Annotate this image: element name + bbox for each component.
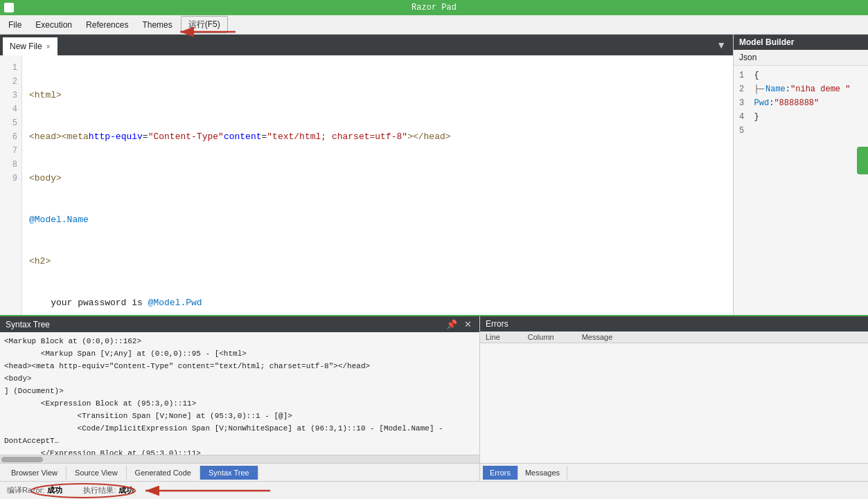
syntax-tree-line: <Markup Block at (0:0,0)::162> [4,335,475,347]
tab-bar: New File × ▼ [0,35,733,55]
syntax-tree-close-button[interactable]: ✕ [462,319,474,329]
syntax-tree-header: Syntax Tree 📌 ✕ [0,316,479,332]
json-content: 1 { 2 ├─Name: "niha deme " 3 Pwd: "88888… [734,66,868,315]
syntax-tree-line: <Transition Span [V;None] at (95:3,0)::1… [4,410,475,422]
col-column: Column [528,333,554,341]
compile-status: 编译Razor: 成功 [7,485,62,496]
menu-bar: File Execution References Themes 运行(F5) [0,15,868,35]
status-bar: 编译Razor: 成功 执行结果: 成功 [0,481,868,499]
syntax-tree-line: </Expression Block at (95:3,0)::11> [4,447,475,455]
code-editor[interactable]: 1 2 3 4 5 6 7 8 9 <html> <head><meta htt… [0,55,733,315]
execute-value: 成功 [118,485,134,496]
syntax-tree-scrollbar[interactable] [0,455,479,463]
compile-label: 编译Razor: [7,485,44,496]
syntax-tree-line: <Expression Block at (95:3,0)::11> [4,397,475,410]
tab-syntax-tree[interactable]: Syntax Tree [200,466,258,480]
tab-label: New File [10,42,42,51]
menu-file[interactable]: File [3,18,27,32]
err-tab-errors[interactable]: Errors [483,466,518,480]
compile-value: 成功 [47,485,62,496]
syntax-tree-title: Syntax Tree [6,320,50,329]
window-icon [4,3,14,12]
editor-area: New File × ▼ 1 2 3 4 5 6 7 8 9 <html> <h… [0,35,733,315]
bottom-tab-bar: Browser View Source View Generated Code … [0,463,479,481]
syntax-tree-line: ] (Document)> [4,385,475,397]
title-bar: Razor Pad [0,0,868,15]
editor-tab[interactable]: New File × [3,37,57,55]
col-message: Message [582,333,613,341]
bottom-section: Syntax Tree 📌 ✕ <Markup Block at (0:0,0)… [0,315,868,481]
syntax-tree-line: <Markup Span [V;Any] at (0:0,0)::95 - [<… [4,347,475,360]
syntax-tree-line: <head><meta http-equiv="Content-Type" co… [4,360,475,372]
tab-dropdown-button[interactable]: ▼ [712,38,730,52]
menu-references[interactable]: References [80,18,134,32]
model-builder-panel: Model Builder Json 1 { 2 ├─Name: "niha d… [733,35,868,315]
line-numbers: 1 2 3 4 5 6 7 8 9 [0,55,22,315]
col-line: Line [486,333,500,341]
model-builder-title: Model Builder [734,35,868,50]
syntax-tree-line: <Code/ImplicitExpression Span [V;NonWhit… [4,422,475,447]
errors-columns: Line Column Message [480,332,868,343]
errors-panel: Errors Line Column Message Errors Messag… [480,316,868,481]
tab-close-button[interactable]: × [46,43,51,51]
syntax-tree-pin-button[interactable]: 📌 [444,319,459,329]
main-area: New File × ▼ 1 2 3 4 5 6 7 8 9 <html> <h… [0,35,868,315]
code-content[interactable]: <html> <head><meta http-equiv="Content-T… [22,55,733,315]
errors-header: Errors [480,316,868,332]
app-title: Razor Pad [411,3,457,12]
menu-themes[interactable]: Themes [136,18,177,32]
menu-execution[interactable]: Execution [30,18,78,32]
tab-source-view[interactable]: Source View [67,466,127,480]
execute-button[interactable]: 运行(F5) [181,16,228,33]
syntax-tree-line: <body> [4,372,475,385]
green-side-button[interactable] [857,147,868,174]
execute-label: 执行结果: [83,485,116,496]
errors-content[interactable] [480,343,868,463]
errors-bottom-tabs: Errors Messages [480,463,868,481]
syntax-tree-panel: Syntax Tree 📌 ✕ <Markup Block at (0:0,0)… [0,316,480,481]
execute-status: 执行结果: 成功 [83,485,134,496]
tab-browser-view[interactable]: Browser View [3,466,67,480]
syntax-tree-content[interactable]: <Markup Block at (0:0,0)::162> <Markup S… [0,332,479,455]
tab-generated-code[interactable]: Generated Code [127,466,200,480]
model-builder-json-label: Json [734,50,868,66]
err-tab-messages[interactable]: Messages [518,466,567,480]
